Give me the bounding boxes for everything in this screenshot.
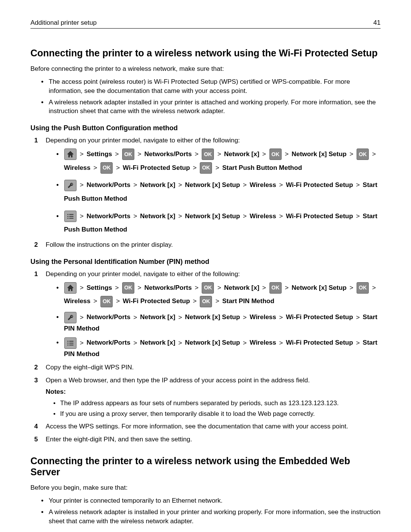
separator: > [80,181,84,189]
svg-rect-2 [67,216,68,217]
separator: > [243,212,247,220]
separator: > [133,181,137,189]
ok-icon: OK [357,149,369,160]
separator: > [116,297,120,305]
separator: > [195,150,199,158]
nav-label: Network [x] Setup [185,339,240,347]
nav-path: > Settings > OK > Networks/Ports > OK > … [56,281,381,308]
wrench-icon [64,312,76,323]
nav-label: Network [x] [224,150,260,158]
note-item: If you are using a proxy server, then te… [53,409,381,419]
separator: > [94,297,97,305]
nav-label: Wi‑Fi Protected Setup [286,339,353,347]
separator: > [243,339,247,347]
nav-label: Networks/Ports [144,150,192,158]
intro-text: Before connecting the printer to a wirel… [30,65,381,73]
nav-label: Wireless [64,297,91,305]
section-heading-wps: Connecting the printer to a wireless net… [30,48,381,59]
nav-label: Network [x] Setup [292,284,347,291]
ok-icon: OK [357,282,369,294]
section-heading-ews: Connecting the printer to a wireless net… [30,455,381,478]
nav-path: > Network/Ports > Network [x] > Network … [56,337,381,359]
separator: > [178,314,182,321]
nav-label: Network/Ports [86,339,130,347]
ok-icon: OK [122,282,134,294]
separator: > [285,284,289,291]
nav-label: Wireless [250,212,276,220]
nav-label: Start PIN Method [222,297,274,305]
step-text: Depending on your printer model, navigat… [46,270,240,278]
separator: > [356,181,360,189]
nav-path: > Settings > OK > Networks/Ports > OK > … [56,147,381,174]
svg-rect-1 [69,214,73,215]
nav-label: Wireless [250,181,276,189]
nav-path: > Network/Ports > Network [x] > Network … [56,209,381,236]
separator: > [243,181,247,189]
separator: > [349,284,353,291]
separator: > [94,164,97,171]
separator: > [215,297,219,305]
step-text: Open a Web browser, and then type the IP… [46,377,310,384]
svg-rect-3 [69,216,73,217]
nav-path-list: > Settings > OK > Networks/Ports > OK > … [46,281,381,308]
svg-rect-7 [69,341,73,342]
nav-label: Networks/Ports [144,284,192,291]
nav-label: Wi‑Fi Protected Setup [286,212,353,220]
separator: > [133,314,137,321]
ok-icon: OK [202,282,214,294]
svg-rect-8 [67,343,68,343]
ok-icon: OK [100,162,113,174]
step-item: Access the WPS settings. For more inform… [30,422,381,431]
page-header: Additional printer setup 41 [30,19,381,29]
header-title: Additional printer setup [30,19,97,27]
separator: > [356,212,360,220]
step-text: Depending on your printer model, navigat… [46,137,240,144]
nav-path: > Network/Ports > Network [x] > Network … [56,178,381,205]
separator: > [116,164,120,171]
separator: > [138,284,142,291]
separator: > [138,150,142,158]
nav-label: Wi‑Fi Protected Setup [123,164,190,171]
subsection-heading-push: Using the Push Button Configuration meth… [30,124,381,132]
list-icon [64,337,76,349]
ews-bullet-list: Your printer is connected temporarily to… [30,496,381,526]
nav-label: Network/Ports [86,314,130,321]
push-steps: Depending on your printer model, navigat… [30,136,381,249]
svg-rect-0 [67,214,68,215]
separator: > [115,150,119,158]
separator: > [279,314,283,321]
ok-icon: OK [122,149,134,160]
nav-label: Wi‑Fi Protected Setup [123,297,190,305]
nav-label: Network [x] [140,339,175,347]
nav-label: Network [x] Setup [185,181,240,189]
ews-bullet: Your printer is connected temporarily to… [41,496,381,505]
nav-label: Network/Ports [86,181,130,189]
separator: > [80,314,84,321]
separator: > [217,284,221,291]
separator: > [215,164,219,171]
page-content: Additional printer setup 41 Connecting t… [0,0,411,532]
step-item: Open a Web browser, and then type the IP… [30,376,381,418]
nav-label: Network [x] [224,284,260,291]
nav-path: > Network/Ports > Network [x] > Network … [56,312,381,334]
step-item: Copy the eight–digit WPS PIN. [30,363,381,372]
nav-label: Network [x] Setup [185,212,240,220]
ok-icon: OK [269,149,282,160]
separator: > [279,339,283,347]
separator: > [80,150,84,158]
step-item: Depending on your printer model, navigat… [30,270,381,359]
separator: > [217,150,221,158]
separator: > [115,284,119,291]
separator: > [356,339,360,347]
svg-rect-10 [67,345,68,345]
nav-label: Settings [86,284,112,291]
svg-rect-11 [69,345,73,345]
separator: > [372,284,376,291]
note-item: The IP address appears as four sets of n… [53,399,381,408]
separator: > [285,150,289,158]
pin-steps: Depending on your printer model, navigat… [30,270,381,444]
svg-rect-6 [67,341,68,342]
nav-label: Network/Ports [86,212,130,220]
separator: > [262,284,266,291]
nav-path-list: > Settings > OK > Networks/Ports > OK > … [46,147,381,236]
